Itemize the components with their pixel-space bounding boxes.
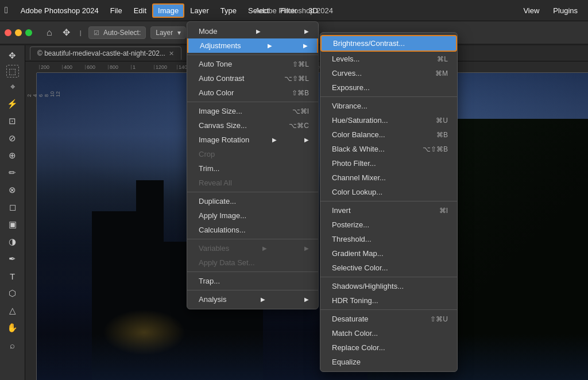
tool-lasso[interactable]: ⌖: [3, 79, 22, 95]
menu-item-duplicate[interactable]: Duplicate...: [187, 194, 318, 208]
tool-zoom[interactable]: ⌕: [3, 337, 22, 353]
color-balance-label: Color Balance...: [332, 130, 385, 139]
apple-menu[interactable]: : [5, 5, 8, 15]
document-tab[interactable]: © beautiful-medieval-castle-at-night-202…: [30, 46, 181, 60]
minimize-button[interactable]: [15, 29, 22, 36]
menu-item-levels[interactable]: Levels... ⌘L: [320, 52, 457, 66]
menu-item-hue-saturation[interactable]: Hue/Saturation... ⌘U: [320, 113, 457, 127]
close-button[interactable]: [5, 29, 11, 36]
window-title: Adobe Photoshop 2024: [255, 6, 333, 15]
type-menu[interactable]: Type: [215, 4, 242, 17]
menu-item-curves[interactable]: Curves... ⌘M: [320, 66, 457, 80]
menu-item-replace-color[interactable]: Replace Color...: [320, 340, 457, 355]
tool-crop[interactable]: ⊡: [3, 113, 22, 129]
auto-select-checkbox[interactable]: ☑ Auto-Select:: [88, 26, 146, 39]
menu-item-mode[interactable]: Mode ▶: [187, 24, 318, 38]
tool-shape[interactable]: △: [3, 303, 22, 319]
tool-select-rect[interactable]: ⬚: [6, 65, 19, 77]
menu-item-color-lookup[interactable]: Color Lookup...: [320, 185, 457, 199]
vtick-400: 4: [32, 76, 38, 98]
plugins-menu[interactable]: Plugins: [547, 4, 583, 17]
menu-item-trim[interactable]: Trim...: [187, 161, 318, 176]
channel-mixer-label: Channel Mixer...: [332, 173, 386, 182]
color-lookup-label: Color Lookup...: [332, 188, 382, 196]
menu-item-color-balance[interactable]: Color Balance... ⌘B: [320, 127, 457, 142]
menu-item-calculations[interactable]: Calculations...: [187, 223, 318, 237]
tool-text[interactable]: T: [3, 268, 22, 284]
auto-select-label: Auto-Select:: [103, 29, 141, 37]
tab-close-icon[interactable]: ✕: [169, 50, 174, 57]
layer-menu[interactable]: Layer: [184, 4, 215, 17]
adjustments-label: Adjustments: [200, 41, 241, 50]
menu-item-match-color[interactable]: Match Color...: [320, 326, 457, 340]
menu-item-posterize[interactable]: Posterize...: [320, 218, 457, 232]
app-name-menu[interactable]: Adobe Photoshop 2024: [15, 4, 105, 17]
menu-item-image-size[interactable]: Image Size... ⌥⌘I: [187, 104, 318, 118]
tick-800: 800: [108, 65, 131, 69]
tool-gradient[interactable]: ▣: [3, 216, 22, 232]
maximize-button[interactable]: [25, 29, 32, 36]
menu-item-image-rotation[interactable]: Image Rotation ▶: [187, 133, 318, 147]
menu-item-vibrance[interactable]: Vibrance...: [320, 99, 457, 113]
tab-filename: © beautiful-medieval-castle-at-night-202…: [37, 49, 165, 57]
edit-menu[interactable]: Edit: [128, 4, 152, 17]
brightness-contrast-label: Brightness/Contrast...: [333, 39, 405, 48]
menu-item-apply-image[interactable]: Apply Image...: [187, 208, 318, 223]
black-white-label: Black & White...: [332, 145, 385, 153]
tool-eyedropper[interactable]: ⊘: [3, 130, 22, 146]
home-icon[interactable]: ⌂: [44, 26, 55, 40]
menu-item-invert[interactable]: Invert ⌘I: [320, 203, 457, 218]
traffic-lights: [5, 29, 32, 36]
menu-item-auto-color[interactable]: Auto Color ⇧⌘B: [187, 86, 318, 100]
menu-item-auto-tone[interactable]: Auto Tone ⇧⌘L: [187, 57, 318, 71]
menu-item-auto-contrast[interactable]: Auto Contrast ⌥⇧⌘L: [187, 71, 318, 86]
canvas-size-label: Canvas Size...: [199, 121, 247, 130]
tool-path[interactable]: ⬡: [3, 285, 22, 301]
view-menu[interactable]: View: [517, 4, 545, 17]
tool-magic-wand[interactable]: ⚡: [3, 96, 22, 112]
menu-item-analysis[interactable]: Analysis ▶: [187, 292, 318, 307]
tool-hand[interactable]: ✋: [3, 320, 22, 336]
menu-item-variables: Variables ▶: [187, 241, 318, 255]
menu-item-channel-mixer[interactable]: Channel Mixer...: [320, 170, 457, 185]
menu-item-hdr-toning[interactable]: HDR Toning...: [320, 293, 457, 308]
menu-item-gradient-map[interactable]: Gradient Map...: [320, 246, 457, 261]
tool-dodge[interactable]: ◑: [3, 234, 22, 250]
levels-shortcut: ⌘L: [437, 55, 448, 63]
tool-move[interactable]: ✥: [3, 48, 22, 64]
tool-eraser[interactable]: ◻: [3, 199, 22, 215]
auto-color-label: Auto Color: [199, 88, 234, 97]
sep-1: [187, 55, 318, 55]
menu-item-exposure[interactable]: Exposure...: [320, 80, 457, 95]
layer-dropdown[interactable]: Layer ▾: [150, 26, 185, 39]
menu-item-threshold[interactable]: Threshold...: [320, 232, 457, 246]
menu-item-selective-color[interactable]: Selective Color...: [320, 261, 457, 275]
replace-color-label: Replace Color...: [332, 343, 385, 352]
tick-600: 600: [85, 65, 108, 69]
analysis-label: Analysis: [199, 295, 226, 304]
tool-healing[interactable]: ⊕: [3, 148, 22, 164]
menu-item-adjustments[interactable]: Adjustments ▶: [187, 38, 318, 53]
shadows-highlights-label: Shadows/Highlights...: [332, 282, 404, 290]
menu-item-canvas-size[interactable]: Canvas Size... ⌥⌘C: [187, 118, 318, 133]
menu-item-shadows-highlights[interactable]: Shadows/Highlights...: [320, 279, 457, 293]
menu-item-photo-filter[interactable]: Photo Filter...: [320, 156, 457, 170]
menu-item-equalize[interactable]: Equalize: [320, 355, 457, 369]
tool-pen[interactable]: ✒: [3, 251, 22, 267]
file-menu[interactable]: File: [105, 4, 128, 17]
vibrance-label: Vibrance...: [332, 102, 368, 110]
tool-brush[interactable]: ✏: [3, 165, 22, 181]
layer-label: Layer: [156, 29, 173, 37]
calculations-label: Calculations...: [199, 226, 246, 234]
tick-1200: 1200: [154, 65, 177, 69]
menu-item-desaturate[interactable]: Desaturate ⇧⌘U: [320, 312, 457, 326]
tick-1000: 1: [131, 65, 154, 69]
posterize-label: Posterize...: [332, 220, 369, 229]
menu-item-brightness-contrast[interactable]: Brightness/Contrast...: [320, 35, 457, 52]
menu-item-black-white[interactable]: Black & White... ⌥⇧⌘B: [320, 142, 457, 156]
tool-clone[interactable]: ⊗: [3, 182, 22, 198]
duplicate-label: Duplicate...: [199, 197, 236, 205]
image-menu-trigger[interactable]: Image: [152, 3, 184, 18]
menu-item-trap[interactable]: Trap...: [187, 274, 318, 288]
move-tool-icon[interactable]: ✥: [60, 25, 73, 40]
